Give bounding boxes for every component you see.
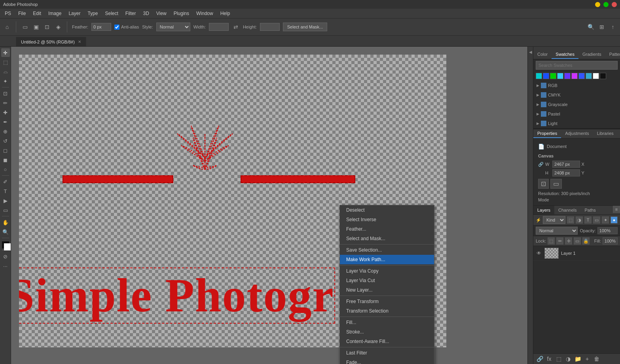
x-value[interactable] — [589, 163, 616, 165]
ctx-fade[interactable]: Fade... — [340, 358, 434, 364]
minimize-button[interactable] — [595, 2, 600, 7]
pen-tool[interactable]: ✐ — [1, 177, 10, 186]
blend-mode-select[interactable]: Normal — [536, 227, 578, 235]
ctx-layer-via-cut[interactable]: Layer Via Cut — [340, 276, 434, 285]
stamp-tool[interactable]: ⊕ — [1, 127, 10, 136]
ctx-layer-via-copy[interactable]: Layer Via Copy — [340, 266, 434, 276]
anti-alias-checkbox[interactable] — [114, 25, 119, 30]
tool-icon-2[interactable]: ▣ — [32, 23, 40, 31]
background-color[interactable] — [4, 243, 11, 250]
filter-active[interactable]: ● — [611, 216, 618, 224]
menu-type[interactable]: Type — [84, 10, 101, 17]
fill-value[interactable]: 100% — [603, 237, 618, 245]
swatch-group-cmyk-header[interactable]: ▶ CMYK — [536, 91, 618, 99]
swatch-group-grayscale-header[interactable]: ▶ Grayscale — [536, 100, 618, 108]
eyedropper-tool[interactable]: ✏ — [1, 99, 10, 107]
move-tool[interactable]: ✛ — [1, 48, 10, 57]
tab-paths[interactable]: Paths — [581, 206, 600, 214]
ctx-stroke[interactable]: Stroke... — [340, 327, 434, 337]
tab-close-icon[interactable]: ✕ — [78, 40, 81, 44]
h-value[interactable]: 2408 px — [552, 169, 580, 176]
filter-adjust-icon[interactable]: ◑ — [576, 216, 583, 224]
ctx-content-aware-fill[interactable]: Content-Aware Fill... — [340, 337, 434, 346]
collapse-strip[interactable]: ◀ — [527, 47, 533, 364]
filter-pixel-icon[interactable]: ⬚ — [567, 216, 574, 224]
layer-group-btn[interactable]: 📁 — [574, 355, 582, 363]
ctx-select-mask[interactable]: Select and Mask... — [340, 234, 434, 243]
lock-all-btn[interactable]: 🔒 — [582, 237, 590, 245]
layer-fx-btn[interactable]: fx — [545, 355, 553, 363]
rect-select-icon[interactable]: ▭ — [21, 23, 29, 31]
layer-visibility-icon[interactable]: 👁 — [536, 250, 542, 256]
landscape-btn[interactable]: ▭ — [550, 179, 562, 189]
hand-tool[interactable]: ✋ — [1, 218, 10, 227]
select-tool[interactable]: ⬚ — [1, 58, 10, 66]
quick-mask-tool[interactable]: ⊘ — [1, 252, 10, 261]
tab-patterns[interactable]: Patterns — [605, 50, 620, 59]
lasso-tool[interactable]: ⌓ — [1, 67, 10, 76]
lock-paint-btn[interactable]: ✏ — [556, 237, 563, 245]
layer-mask-btn[interactable]: ⬚ — [555, 355, 563, 363]
swatch-white[interactable] — [593, 73, 599, 79]
crop-tool[interactable]: ⊡ — [1, 89, 10, 98]
home-icon[interactable]: ⌂ — [3, 23, 11, 31]
magic-wand-tool[interactable]: ✦ — [1, 77, 10, 85]
swatch-magenta[interactable] — [571, 73, 578, 79]
swatch-lightblue[interactable] — [557, 73, 563, 79]
menu-plugins[interactable]: Plugins — [171, 10, 192, 17]
menu-file[interactable]: File — [15, 10, 29, 17]
dodge-tool[interactable]: ○ — [1, 165, 10, 174]
tab-untitled2[interactable]: Untitled-2 @ 50% (RGB/8#) ✕ — [16, 37, 86, 46]
tool-icon-4[interactable]: ◈ — [54, 23, 62, 31]
tab-gradients[interactable]: Gradients — [578, 50, 605, 59]
heal-tool[interactable]: ✚ — [1, 108, 10, 117]
menu-layer[interactable]: Layer — [65, 10, 83, 17]
share-icon[interactable]: ↑ — [609, 23, 617, 31]
swatch-purple[interactable] — [564, 73, 571, 79]
brush-tool[interactable]: ✒ — [1, 118, 10, 126]
anti-alias-check[interactable]: Anti-alias — [114, 25, 139, 30]
ctx-save-selection[interactable]: Save Selection... — [340, 245, 434, 255]
opacity-value[interactable]: 100% — [597, 227, 618, 234]
style-select[interactable]: Normal Fixed Ratio Fixed Size — [156, 23, 190, 31]
filter-type-icon[interactable]: T — [584, 216, 592, 224]
menu-image[interactable]: Image — [45, 10, 64, 17]
menu-select[interactable]: Select — [102, 10, 121, 17]
ctx-select-inverse[interactable]: Select Inverse — [340, 215, 434, 224]
ctx-fill[interactable]: Fill... — [340, 318, 434, 327]
gradient-tool[interactable]: ◼ — [1, 155, 10, 164]
height-input[interactable] — [260, 23, 280, 31]
close-button[interactable] — [612, 2, 617, 7]
select-mask-button[interactable]: Select and Mask... — [283, 23, 328, 31]
swatch-black[interactable] — [600, 73, 606, 79]
portrait-btn[interactable]: ⊡ — [538, 179, 549, 189]
swatch-teal[interactable] — [586, 73, 592, 79]
tab-libraries[interactable]: Libraries — [593, 129, 618, 138]
menu-window[interactable]: Window — [193, 10, 216, 17]
filter-kind-select[interactable]: Kind — [543, 216, 565, 224]
ctx-feather[interactable]: Feather... — [340, 224, 434, 234]
menu-3d[interactable]: 3D — [140, 10, 152, 17]
ctx-deselect[interactable]: Deselect — [340, 205, 434, 215]
swatch-cyan[interactable] — [536, 73, 542, 79]
swatches-search-input[interactable] — [536, 61, 618, 70]
filter-shape-icon[interactable]: ▭ — [593, 216, 600, 224]
tab-adjustments[interactable]: Adjustments — [561, 129, 593, 138]
tab-channels[interactable]: Channels — [554, 206, 580, 214]
swatch-group-light-header[interactable]: ▶ Light — [536, 119, 618, 127]
ctx-new-layer[interactable]: New Layer... — [340, 285, 434, 295]
tab-swatches[interactable]: Swatches — [552, 50, 578, 59]
swatch-group-pastel-header[interactable]: ▶ Pastel — [536, 110, 618, 118]
more-tools[interactable]: ··· — [1, 262, 10, 270]
menu-view[interactable]: View — [153, 10, 170, 17]
lock-pixel-btn[interactable]: ⬚ — [548, 237, 555, 245]
lock-artboard-btn[interactable]: ▭ — [574, 237, 581, 245]
ctx-make-work-path[interactable]: Make Work Path... — [340, 255, 434, 264]
lock-position-btn[interactable]: ✛ — [565, 237, 572, 245]
zoom-tool[interactable]: 🔍 — [1, 228, 10, 236]
maximize-button[interactable] — [603, 2, 609, 7]
ctx-free-transform[interactable]: Free Transform — [340, 297, 434, 306]
ctx-last-filter[interactable]: Last Filter — [340, 348, 434, 358]
layer-delete-btn[interactable]: 🗑 — [593, 355, 601, 363]
filter-smart-icon[interactable]: ✦ — [602, 216, 609, 224]
